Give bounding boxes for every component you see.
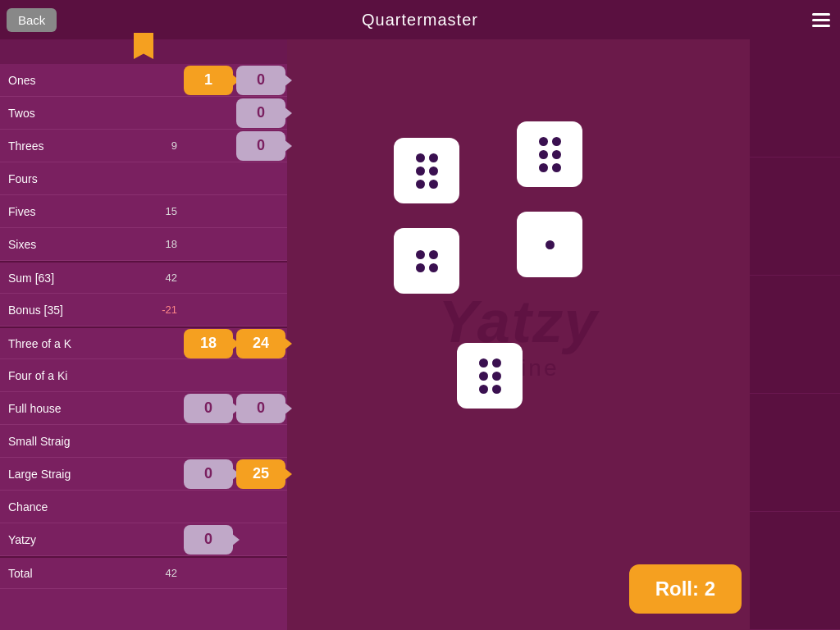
threes-label: Threes [0, 139, 158, 153]
ones-p2-cell[interactable]: 0 [236, 66, 285, 95]
fours-label: Fours [0, 172, 158, 185]
die-4[interactable] [394, 228, 459, 294]
chance-label: Chance [0, 500, 158, 514]
sum-label: Sum [63] [0, 272, 158, 285]
dice-container [287, 89, 750, 564]
scorecard: Ones 1 0 Twos 0 Threes 9 0 Fours Fives 1… [0, 39, 287, 630]
large-straight-p2-cell[interactable]: 25 [236, 459, 285, 489]
app-title: Quartermaster [362, 11, 478, 30]
bonus-row: Bonus [35] -21 [0, 294, 287, 326]
back-button[interactable]: Back [7, 8, 57, 32]
four-of-kind-label: Four of a Ki [0, 369, 158, 382]
die-5[interactable] [457, 343, 523, 409]
three-of-kind-p2-cell[interactable]: 24 [236, 329, 285, 358]
threes-p2-cell[interactable]: 0 [236, 131, 285, 161]
game-area: Yatzy Online [287, 39, 750, 630]
right-cell-5 [750, 512, 840, 630]
three-of-kind-label: Three of a K [0, 337, 158, 350]
full-house-row: Full house 0 0 [0, 392, 287, 425]
menu-icon [809, 10, 833, 30]
header: Back Quartermaster [0, 0, 840, 39]
ones-row: Ones 1 0 [0, 64, 287, 97]
fives-label: Fives [0, 205, 158, 218]
right-panel [750, 39, 840, 630]
bonus-score: -21 [158, 304, 182, 316]
sixes-score: 18 [158, 238, 182, 250]
large-straight-p1-cell[interactable]: 0 [184, 459, 233, 489]
full-house-label: Full house [0, 402, 158, 415]
total-label: Total [0, 567, 158, 580]
threes-score: 9 [158, 139, 182, 152]
total-score: 42 [158, 567, 182, 579]
large-straight-row: Large Straig 0 25 [0, 458, 287, 491]
chance-row: Chance [0, 491, 287, 523]
twos-p2-cell[interactable]: 0 [236, 98, 285, 128]
ones-label: Ones [0, 74, 158, 87]
fours-row: Fours [0, 162, 287, 195]
player1-bookmark [134, 33, 153, 59]
four-of-kind-row: Four of a Ki [0, 359, 287, 392]
full-house-p2-cell[interactable]: 0 [236, 394, 285, 423]
die-3[interactable] [517, 212, 582, 277]
yatzy-p1-cell[interactable]: 0 [184, 525, 233, 555]
twos-label: Twos [0, 107, 158, 120]
yatzy-label: Yatzy [0, 533, 158, 546]
die-1[interactable] [394, 138, 459, 203]
ones-p1-cell[interactable]: 1 [184, 66, 233, 95]
right-cell-1 [750, 39, 840, 158]
roll-button[interactable]: Roll: 2 [629, 564, 742, 614]
full-house-p1-cell[interactable]: 0 [184, 394, 233, 423]
total-row: Total 42 [0, 556, 287, 589]
col-headers [0, 39, 287, 64]
yatzy-row: Yatzy 0 [0, 523, 287, 556]
large-straight-label: Large Straig [0, 468, 158, 481]
small-straight-row: Small Straig [0, 425, 287, 458]
three-of-kind-p1-cell[interactable]: 18 [184, 329, 233, 358]
sum-row: Sum [63] 42 [0, 261, 287, 294]
sixes-row: Sixes 18 [0, 228, 287, 261]
three-of-kind-row: Three of a K 18 24 [0, 326, 287, 359]
menu-button[interactable] [809, 10, 833, 30]
sixes-label: Sixes [0, 238, 158, 251]
right-cell-3 [750, 276, 840, 394]
die-2[interactable] [517, 121, 582, 187]
right-cell-2 [750, 158, 840, 276]
bonus-label: Bonus [35] [0, 304, 158, 317]
sum-score: 42 [158, 272, 182, 284]
fives-row: Fives 15 [0, 195, 287, 228]
right-cell-4 [750, 394, 840, 512]
fives-score: 15 [158, 205, 182, 217]
threes-row: Threes 9 0 [0, 130, 287, 162]
twos-row: Twos 0 [0, 97, 287, 130]
small-straight-label: Small Straig [0, 435, 158, 448]
